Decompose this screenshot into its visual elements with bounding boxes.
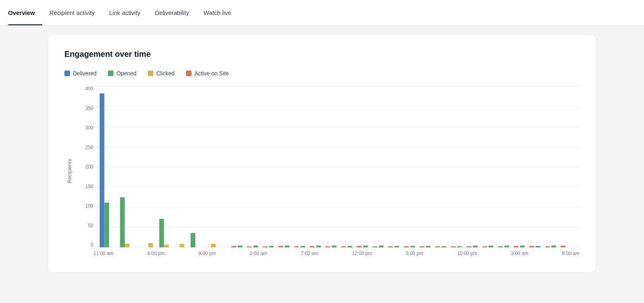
svg-rect-6 (164, 245, 169, 247)
svg-rect-33 (410, 246, 415, 247)
svg-rect-43 (489, 246, 493, 247)
svg-rect-35 (426, 246, 431, 247)
x-tick-2: 9:00 pm (198, 251, 216, 256)
svg-rect-48 (529, 246, 534, 247)
svg-rect-21 (316, 246, 321, 247)
svg-rect-1 (104, 203, 109, 247)
y-tick-150: 150 (77, 184, 93, 189)
legend-swatch-clicked (148, 71, 153, 76)
svg-rect-27 (363, 246, 368, 247)
y-tick-200: 200 (77, 164, 93, 169)
svg-rect-18 (294, 246, 299, 247)
x-tick-1: 4:00 pm (147, 251, 165, 256)
y-tick-300: 300 (77, 125, 93, 130)
svg-rect-39 (457, 246, 462, 247)
svg-rect-34 (420, 246, 425, 247)
y-axis-label: Recipients (64, 86, 74, 256)
svg-rect-0 (100, 93, 105, 247)
svg-rect-50 (545, 246, 550, 247)
x-tick-9: 8:00 am (562, 251, 580, 256)
svg-rect-44 (498, 246, 503, 247)
svg-rect-14 (263, 246, 268, 247)
legend-swatch-active (186, 71, 192, 76)
svg-rect-7 (180, 244, 184, 247)
card-title: Engagement over time (64, 50, 580, 59)
x-tick-3: 2:00 am (250, 251, 267, 256)
y-tick-50: 50 (77, 223, 93, 228)
legend-swatch-opened (108, 71, 114, 76)
x-tick-7: 10:00 pm (457, 251, 477, 256)
svg-rect-38 (451, 246, 456, 247)
legend-delivered: Delivered (64, 70, 97, 77)
svg-rect-3 (125, 244, 130, 247)
legend-clicked: Clicked (148, 70, 175, 77)
svg-rect-29 (379, 246, 384, 247)
svg-rect-51 (551, 246, 556, 247)
legend-opened: Opened (108, 70, 136, 77)
x-tick-8: 3:00 am (511, 251, 528, 256)
legend-swatch-delivered (64, 71, 70, 76)
svg-rect-23 (332, 246, 336, 247)
svg-rect-25 (347, 246, 352, 247)
svg-rect-2 (120, 197, 125, 247)
y-tick-400: 400 (77, 86, 93, 91)
svg-rect-40 (466, 246, 471, 247)
chart-wrapper: Recipients 0 50 100 150 200 250 300 350 … (64, 86, 580, 256)
svg-rect-47 (520, 246, 525, 247)
tab-link-activity[interactable]: Link activity (102, 0, 148, 25)
x-tick-5: 12:00 pm (352, 251, 372, 256)
svg-rect-11 (238, 246, 243, 247)
nav-tabs: Overview Recipient activity Link activit… (0, 0, 644, 25)
x-tick-0: 11:00 am (93, 251, 114, 256)
svg-rect-22 (326, 246, 330, 247)
svg-rect-46 (514, 246, 518, 247)
svg-rect-28 (373, 246, 378, 247)
y-tick-100: 100 (77, 203, 93, 208)
svg-rect-9 (211, 244, 216, 247)
svg-rect-49 (536, 246, 541, 247)
svg-rect-5 (159, 219, 164, 247)
svg-rect-26 (357, 246, 362, 247)
svg-rect-12 (247, 246, 252, 247)
chart-legend: Delivered Opened Clicked Active on Site (64, 70, 580, 77)
svg-rect-4 (148, 243, 153, 247)
svg-rect-37 (442, 246, 446, 247)
svg-rect-45 (504, 246, 509, 247)
svg-rect-30 (388, 246, 393, 247)
svg-rect-20 (310, 246, 315, 247)
y-tick-350: 350 (77, 106, 93, 111)
svg-rect-13 (253, 246, 258, 247)
svg-rect-42 (482, 246, 487, 247)
svg-rect-41 (473, 246, 478, 247)
engagement-card: Engagement over time Delivered Opened Cl… (48, 35, 596, 272)
svg-rect-19 (300, 246, 305, 247)
tab-watch-live[interactable]: Watch live (196, 0, 239, 25)
svg-rect-16 (279, 246, 283, 247)
chart-container: 0 50 100 150 200 250 300 350 400 (77, 86, 580, 256)
svg-rect-31 (394, 246, 399, 247)
svg-rect-15 (269, 246, 274, 247)
svg-rect-10 (231, 246, 236, 247)
svg-rect-24 (341, 246, 346, 247)
x-tick-6: 5:00 pm (406, 251, 423, 256)
plot-area (93, 86, 580, 247)
y-tick-0: 0 (77, 243, 93, 247)
bars-svg (93, 86, 580, 247)
main-content: Engagement over time Delivered Opened Cl… (0, 25, 644, 282)
svg-rect-17 (285, 246, 289, 247)
y-tick-250: 250 (77, 145, 93, 150)
tab-overview[interactable]: Overview (8, 0, 42, 25)
svg-rect-52 (561, 246, 566, 247)
tab-deliverability[interactable]: Deliverability (148, 0, 196, 25)
tab-recipient-activity[interactable]: Recipient activity (42, 0, 102, 25)
x-axis: 11:00 am 4:00 pm 9:00 pm 2:00 am 7:00 am… (93, 251, 580, 256)
svg-rect-8 (191, 233, 196, 247)
x-tick-4: 7:00 am (301, 251, 318, 256)
svg-rect-36 (435, 246, 440, 247)
svg-rect-32 (404, 246, 409, 247)
legend-active-on-site: Active on Site (186, 70, 229, 77)
